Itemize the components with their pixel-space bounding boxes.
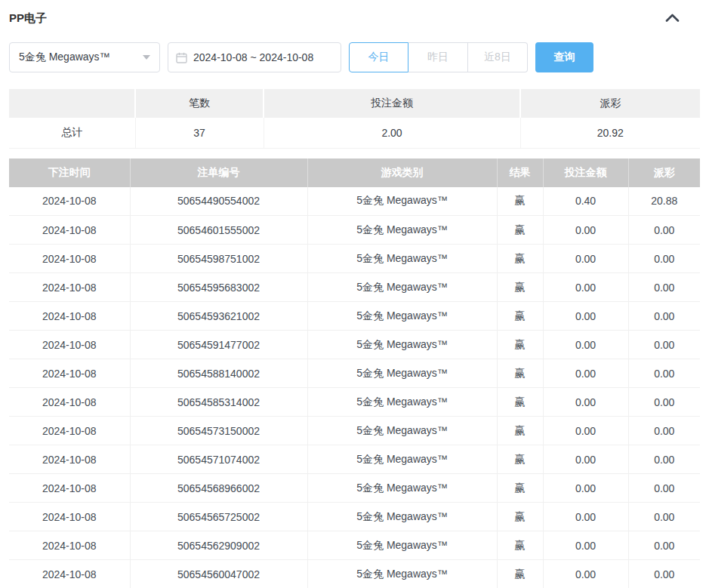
cell-game: 5金兔 Megaways™ (307, 560, 497, 588)
records-tbody: 2024-10-08506544905540025金兔 Megaways™赢0.… (9, 187, 700, 588)
cell-payout: 0.00 (628, 503, 700, 531)
records-header-row: 下注时间 注单编号 游戏类别 结果 投注金额 派彩 (9, 159, 700, 187)
yesterday-button[interactable]: 昨日 (408, 42, 468, 72)
cell-time: 2024-10-08 (9, 388, 130, 417)
cell-result: 赢 (497, 388, 543, 417)
table-row: 2024-10-08506545600470025金兔 Megaways™赢0.… (9, 560, 700, 588)
cell-game: 5金兔 Megaways™ (307, 503, 497, 531)
table-row: 2024-10-08506545914770025金兔 Megaways™赢0.… (9, 331, 700, 359)
date-range-input[interactable]: 2024-10-08 ~ 2024-10-08 (168, 42, 341, 72)
cell-bet-id: 50654601555002 (130, 216, 307, 245)
records-header-bet-id: 注单编号 (130, 159, 307, 187)
cell-time: 2024-10-08 (9, 187, 130, 216)
cell-bet-amount: 0.00 (543, 245, 628, 273)
cell-game: 5金兔 Megaways™ (307, 331, 497, 359)
collapse-button[interactable] (662, 11, 682, 26)
panel-header: PP电子 (9, 11, 700, 26)
cell-game: 5金兔 Megaways™ (307, 445, 497, 474)
table-row: 2024-10-08506545853140025金兔 Megaways™赢0.… (9, 388, 700, 417)
summary-header-bet-amount: 投注金额 (264, 89, 520, 118)
cell-bet-amount: 0.00 (543, 560, 628, 588)
cell-time: 2024-10-08 (9, 216, 130, 245)
cell-bet-id: 50654571074002 (130, 445, 307, 474)
cell-payout: 0.00 (628, 417, 700, 445)
cell-payout: 0.00 (628, 302, 700, 331)
cell-time: 2024-10-08 (9, 503, 130, 531)
cell-bet-amount: 0.00 (543, 359, 628, 388)
quick-range-button-group: 今日 昨日 近8日 (349, 42, 528, 72)
cell-game: 5金兔 Megaways™ (307, 216, 497, 245)
cell-bet-id: 50654490554002 (130, 187, 307, 216)
cell-payout: 0.00 (628, 273, 700, 302)
cell-payout: 20.88 (628, 187, 700, 216)
cell-result: 赢 (497, 273, 543, 302)
cell-result: 赢 (497, 417, 543, 445)
cell-result: 赢 (497, 560, 543, 588)
cell-time: 2024-10-08 (9, 474, 130, 503)
today-button[interactable]: 今日 (349, 42, 408, 72)
cell-result: 赢 (497, 216, 543, 245)
total-count: 37 (135, 118, 264, 148)
cell-game: 5金兔 Megaways™ (307, 245, 497, 273)
calendar-icon (176, 52, 187, 63)
cell-bet-id: 50654588140002 (130, 359, 307, 388)
cell-result: 赢 (497, 359, 543, 388)
cell-bet-amount: 0.00 (543, 445, 628, 474)
table-row: 2024-10-08506545710740025金兔 Megaways™赢0.… (9, 445, 700, 474)
cell-bet-amount: 0.00 (543, 388, 628, 417)
table-row: 2024-10-08506546015550025金兔 Megaways™赢0.… (9, 216, 700, 245)
cell-bet-amount: 0.00 (543, 417, 628, 445)
cell-payout: 0.00 (628, 331, 700, 359)
cell-time: 2024-10-08 (9, 359, 130, 388)
filter-row: 5金兔 Megaways™ 2024-10-08 ~ 2024-10-08 今日… (9, 42, 700, 72)
cell-bet-id: 50654560047002 (130, 560, 307, 588)
summary-header-payout: 派彩 (520, 89, 700, 118)
cell-bet-amount: 0.00 (543, 216, 628, 245)
game-select[interactable]: 5金兔 Megaways™ (9, 42, 160, 72)
summary-table: 笔数 投注金额 派彩 总计 37 2.00 20.92 (9, 89, 700, 149)
cell-payout: 0.00 (628, 445, 700, 474)
table-row: 2024-10-08506545987510025金兔 Megaways™赢0.… (9, 245, 700, 273)
cell-bet-amount: 0.00 (543, 331, 628, 359)
cell-game: 5金兔 Megaways™ (307, 302, 497, 331)
cell-bet-id: 50654595683002 (130, 273, 307, 302)
table-row: 2024-10-08506544905540025金兔 Megaways™赢0.… (9, 187, 700, 216)
chevron-up-icon (665, 11, 680, 25)
chevron-down-icon (143, 55, 150, 60)
page-title: PP电子 (9, 11, 47, 26)
last8days-button[interactable]: 近8日 (468, 42, 528, 72)
cell-payout: 0.00 (628, 359, 700, 388)
summary-header-count: 笔数 (135, 89, 264, 118)
records-header-result: 结果 (497, 159, 543, 187)
cell-payout: 0.00 (628, 560, 700, 588)
cell-time: 2024-10-08 (9, 331, 130, 359)
cell-payout: 0.00 (628, 216, 700, 245)
cell-time: 2024-10-08 (9, 302, 130, 331)
table-row: 2024-10-08506545731500025金兔 Megaways™赢0.… (9, 417, 700, 445)
cell-bet-amount: 0.00 (543, 531, 628, 560)
cell-game: 5金兔 Megaways™ (307, 388, 497, 417)
date-range-value: 2024-10-08 ~ 2024-10-08 (193, 51, 313, 63)
cell-time: 2024-10-08 (9, 531, 130, 560)
query-button[interactable]: 查询 (535, 42, 593, 72)
table-row: 2024-10-08506545936210025金兔 Megaways™赢0.… (9, 302, 700, 331)
table-row: 2024-10-08506545956830025金兔 Megaways™赢0.… (9, 273, 700, 302)
total-bet-amount: 2.00 (264, 118, 520, 148)
cell-bet-id: 50654598751002 (130, 245, 307, 273)
cell-payout: 0.00 (628, 474, 700, 503)
cell-bet-id: 50654593621002 (130, 302, 307, 331)
cell-game: 5金兔 Megaways™ (307, 359, 497, 388)
game-select-value: 5金兔 Megaways™ (19, 51, 138, 64)
cell-payout: 0.00 (628, 531, 700, 560)
table-row: 2024-10-08506545881400025金兔 Megaways™赢0.… (9, 359, 700, 388)
records-table: 下注时间 注单编号 游戏类别 结果 投注金额 派彩 2024-10-085065… (9, 159, 700, 588)
cell-bet-amount: 0.00 (543, 503, 628, 531)
records-header-time: 下注时间 (9, 159, 130, 187)
cell-result: 赢 (497, 245, 543, 273)
cell-bet-id: 50654568966002 (130, 474, 307, 503)
records-header-payout: 派彩 (628, 159, 700, 187)
cell-bet-id: 50654562909002 (130, 531, 307, 560)
cell-time: 2024-10-08 (9, 245, 130, 273)
cell-payout: 0.00 (628, 388, 700, 417)
table-row: 2024-10-08506545657250025金兔 Megaways™赢0.… (9, 503, 700, 531)
